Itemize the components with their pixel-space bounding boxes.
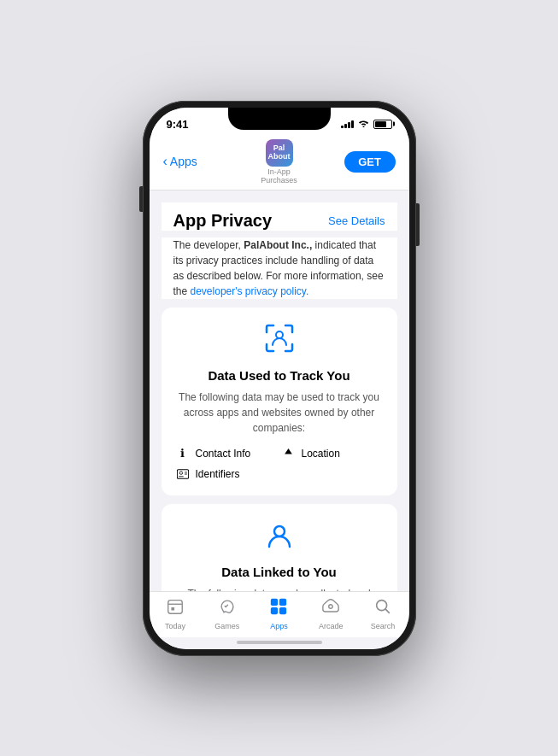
signal-icon xyxy=(341,120,354,128)
list-item: Identifiers xyxy=(175,466,278,482)
apps-label: Apps xyxy=(270,622,288,630)
get-button[interactable]: GET xyxy=(344,151,396,173)
tab-bar: Today Games xyxy=(150,591,409,637)
status-time: 9:41 xyxy=(167,118,189,131)
list-item: Location xyxy=(281,446,384,461)
nav-subtitle: In-AppPurchases xyxy=(261,167,297,185)
privacy-link[interactable]: developer's privacy policy. xyxy=(191,285,309,297)
svg-point-6 xyxy=(274,526,285,536)
svg-rect-20 xyxy=(271,598,278,605)
description-text-1: The developer, xyxy=(173,239,244,251)
nav-center: PalAbout In-AppPurchases xyxy=(261,139,297,185)
main-content: App Privacy See Details The developer, P… xyxy=(150,190,409,591)
location-icon xyxy=(281,446,297,461)
today-label: Today xyxy=(165,622,185,630)
status-bar: 9:41 xyxy=(150,108,409,134)
svg-rect-21 xyxy=(279,598,286,605)
page-description: The developer, PalAbout Inc., indicated … xyxy=(162,237,397,299)
app-icon: PalAbout xyxy=(266,139,293,167)
notch xyxy=(228,108,331,130)
status-icons xyxy=(341,119,392,129)
item-label: Contact Info xyxy=(196,448,251,460)
item-label: Identifiers xyxy=(196,468,240,480)
developer-name: PalAbout Inc., xyxy=(244,239,312,251)
tracking-card-description: The following data may be used to track … xyxy=(175,390,384,436)
tracking-icon xyxy=(175,321,384,361)
back-button[interactable]: ‹ Apps xyxy=(163,154,214,169)
svg-point-2 xyxy=(179,471,183,474)
linked-icon xyxy=(175,518,384,558)
today-icon xyxy=(166,597,185,620)
svg-rect-17 xyxy=(168,600,183,613)
svg-line-26 xyxy=(385,609,389,612)
tracking-card: Data Used to Track You The following dat… xyxy=(162,308,397,495)
tracking-card-title: Data Used to Track You xyxy=(175,368,384,383)
games-icon xyxy=(218,597,237,620)
home-indicator xyxy=(150,637,409,649)
list-item: ℹ Contact Info xyxy=(175,446,278,461)
arcade-icon xyxy=(321,597,340,620)
svg-point-0 xyxy=(276,331,283,338)
linked-card: Data Linked to You The following data ma… xyxy=(162,504,397,591)
svg-point-24 xyxy=(329,604,333,608)
screen-content: 9:41 ‹ Apps xyxy=(150,108,409,649)
tab-games[interactable]: Games xyxy=(210,597,244,630)
navigation-bar: ‹ Apps PalAbout In-AppPurchases GET xyxy=(150,134,409,190)
svg-rect-19 xyxy=(171,607,174,610)
id-icon xyxy=(175,466,191,482)
linked-card-title: Data Linked to You xyxy=(175,565,384,579)
page-title: App Privacy xyxy=(173,211,273,231)
app-initials: PalAbout xyxy=(268,144,291,161)
page-header: App Privacy See Details xyxy=(162,202,397,231)
svg-rect-23 xyxy=(279,607,286,613)
svg-rect-22 xyxy=(271,607,278,613)
tab-apps[interactable]: Apps xyxy=(261,597,296,630)
phone-screen: 9:41 ‹ Apps xyxy=(150,108,409,649)
tab-today[interactable]: Today xyxy=(158,597,192,630)
item-label: Location xyxy=(302,448,340,460)
see-details-link[interactable]: See Details xyxy=(328,214,385,227)
tab-search[interactable]: Search xyxy=(366,597,400,630)
info-icon: ℹ xyxy=(175,446,191,461)
phone-frame: 9:41 ‹ Apps xyxy=(143,101,416,656)
back-label: Apps xyxy=(170,155,197,168)
home-bar xyxy=(237,641,322,644)
wifi-icon xyxy=(358,119,369,129)
battery-icon xyxy=(373,120,392,129)
arcade-label: Arcade xyxy=(319,622,344,630)
tab-arcade[interactable]: Arcade xyxy=(314,597,348,630)
apps-icon xyxy=(269,597,288,620)
tracking-items: ℹ Contact Info Location xyxy=(175,446,384,482)
chevron-left-icon: ‹ xyxy=(163,154,167,169)
games-label: Games xyxy=(214,622,239,630)
search-label: Search xyxy=(371,622,396,630)
search-icon xyxy=(373,597,392,620)
